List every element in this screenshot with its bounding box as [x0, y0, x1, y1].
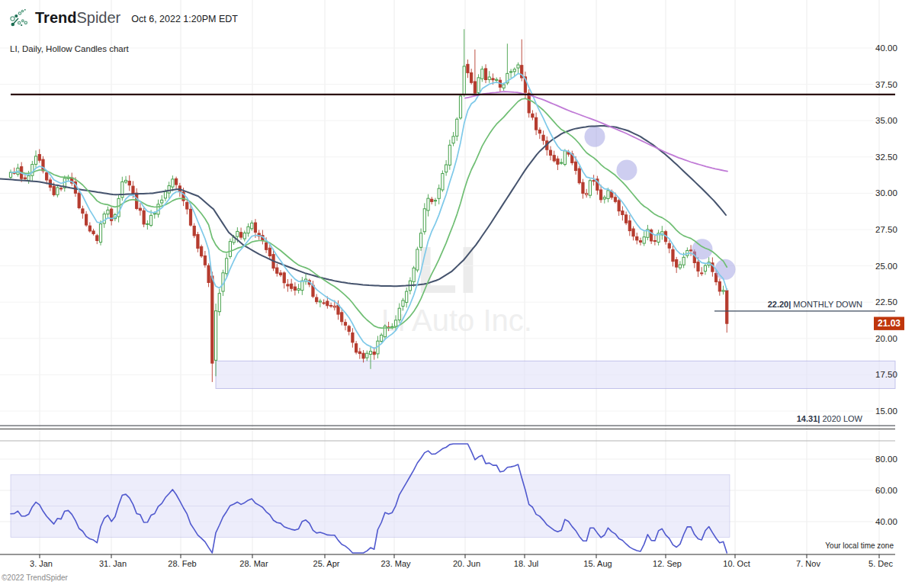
price-chart-canvas[interactable]: 22.20| MONTHLY DOWN14.31| 2020 LOW3. Jan…	[0, 0, 915, 588]
timezone-note: Your local time zone	[825, 541, 894, 550]
price-axis-label: 20.00	[875, 334, 897, 343]
time-axis-label: 28. Mar	[239, 559, 268, 568]
rsi-axis-label: 40.00	[875, 517, 897, 526]
price-axis-label: 32.50	[875, 153, 897, 162]
time-axis-label: 25. Apr	[313, 559, 340, 568]
copyright-note: ©2022 TrendSpider	[2, 574, 68, 582]
low-2020-line-label: 14.31| 2020 LOW	[797, 414, 863, 423]
time-axis-label: 15. Aug	[583, 559, 612, 568]
monthly-down-line-label: 22.20| MONTHLY DOWN	[768, 300, 862, 309]
time-axis-label: 12. Sep	[653, 559, 682, 568]
last-price-badge: 21.03	[874, 316, 904, 329]
time-axis-label: 31. Jan	[99, 559, 127, 568]
trendspider-logo-icon	[9, 8, 30, 28]
chart-subtitle: LI, Daily, Hollow Candles chart	[10, 44, 129, 53]
price-axis-label: 25.00	[875, 262, 897, 271]
brand-light: Spider	[76, 9, 120, 26]
gridlines	[0, 0, 879, 554]
time-axis-label: 5. Dec	[868, 559, 893, 568]
rsi-pane	[0, 429, 895, 554]
time-axis-label: 20. Jun	[453, 559, 480, 568]
time-axis-label: 23. May	[380, 559, 411, 568]
brand-bold: Trend	[35, 9, 76, 26]
price-axis-label: 15.00	[875, 406, 897, 416]
candles	[9, 29, 727, 382]
time-axis-label: 3. Jan	[30, 559, 53, 568]
chart-timestamp: Oct 6, 2022 1:20PM EDT	[131, 11, 238, 24]
price-axis-label: 35.00	[875, 116, 897, 125]
price-axis-label: 40.00	[875, 43, 897, 53]
price-axis-label: 22.50	[875, 297, 897, 307]
support-zone	[216, 361, 895, 388]
price-axis-label: 27.50	[875, 225, 897, 234]
time-axis-label: 28. Feb	[168, 559, 196, 568]
app-header: TrendSpider Oct 6, 2022 1:20PM EDT	[9, 8, 238, 28]
price-axis-label: 17.50	[875, 370, 897, 379]
brand-title: TrendSpider	[35, 9, 120, 27]
last-price-value: 21.03	[878, 318, 901, 329]
price-axis-label: 37.50	[875, 80, 897, 89]
time-axis-label: 18. Jul	[514, 559, 538, 568]
time-axis-label: 7. Nov	[796, 559, 820, 568]
time-axis-label: 10. Oct	[723, 559, 750, 568]
rsi-axis-label: 60.00	[875, 486, 897, 495]
rsi-axis-label: 80.00	[875, 455, 897, 464]
price-axis-label: 30.00	[875, 188, 897, 198]
